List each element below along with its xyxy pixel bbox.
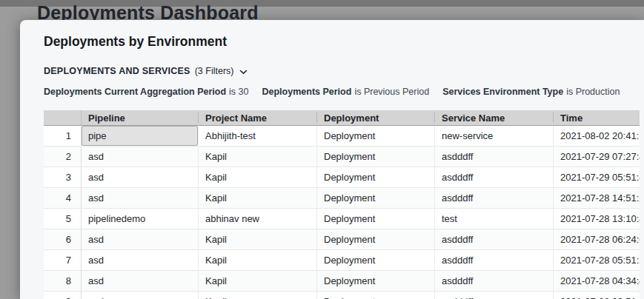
table-body: 1pipeAbhijith-testDeploymentnew-service2… <box>44 126 640 299</box>
time-cell[interactable]: 2021-07-29 07:27:44 <box>554 147 640 167</box>
service-name-cell[interactable]: asdddff <box>435 229 554 249</box>
row-number-cell: 6 <box>44 229 82 249</box>
column-header-project-name[interactable]: Project Name <box>199 110 317 125</box>
deployments-panel: Deployments by Environment DEPLOYMENTS A… <box>20 20 644 299</box>
deployment-cell[interactable]: Deployment <box>317 126 435 146</box>
table-row: 1pipeAbhijith-testDeploymentnew-service2… <box>44 126 640 147</box>
project-name-cell[interactable]: abhinav new <box>199 209 317 229</box>
time-cell[interactable]: 2021-07-29 05:51:45 <box>554 167 640 187</box>
service-name-cell[interactable]: asdddff <box>435 292 554 299</box>
time-cell[interactable]: 2021-08-02 20:41:18 <box>554 126 640 146</box>
project-name-cell[interactable]: Abhijith-test <box>199 126 317 146</box>
filter-value: is 30 <box>229 87 248 97</box>
filter-value: is Previous Period <box>354 87 429 97</box>
deployment-cell[interactable]: Deployment <box>317 147 435 167</box>
table-header-row: Pipeline Project Name Deployment Service… <box>44 110 640 126</box>
table-row: 7asdKapilDeploymentasdddff2021-07-28 05:… <box>44 250 640 271</box>
row-number-cell: 7 <box>44 250 82 270</box>
time-cell[interactable]: 2021-07-28 14:51:23 <box>554 188 640 208</box>
column-header-service-name[interactable]: Service Name <box>435 110 554 125</box>
pipeline-cell[interactable]: asd <box>82 229 199 249</box>
table-row: 9asdKapilDeploymentasdddff2021-07-28 02:… <box>44 292 640 299</box>
project-name-cell[interactable]: Kapil <box>199 229 317 249</box>
row-number-cell: 4 <box>44 188 82 208</box>
project-name-cell[interactable]: Kapil <box>199 250 317 270</box>
table-row: 5pipelinedemoabhinav newDeploymenttest20… <box>44 209 640 229</box>
pipeline-cell[interactable]: asd <box>82 250 199 270</box>
deployment-cell[interactable]: Deployment <box>317 250 435 270</box>
table-row: 4asdKapilDeploymentasdddff2021-07-28 14:… <box>44 188 640 209</box>
filter-name: Deployments Current Aggregation Period <box>44 87 226 97</box>
table-row: 3asdKapilDeploymentasdddff2021-07-29 05:… <box>44 167 640 188</box>
filter-deployments-period: Deployments Period is Previous Period <box>262 87 430 97</box>
service-name-cell[interactable]: asdddff <box>435 167 554 187</box>
panel-title: Deployments by Environment <box>44 34 227 50</box>
service-name-cell[interactable]: new-service <box>435 126 554 146</box>
table-row: 8asdKapilDeploymentasdddff2021-07-28 04:… <box>44 271 640 292</box>
deployment-cell[interactable]: Deployment <box>317 271 435 291</box>
filters-section-toggle[interactable]: DEPLOYMENTS AND SERVICES (3 Filters) <box>44 66 248 76</box>
pipeline-cell[interactable]: asd <box>82 271 199 291</box>
deployments-table: Pipeline Project Name Deployment Service… <box>44 110 640 299</box>
project-name-cell[interactable]: Kapil <box>199 271 317 291</box>
pipeline-cell[interactable]: asd <box>82 167 199 187</box>
row-number-cell: 8 <box>44 271 82 291</box>
time-cell[interactable]: 2021-07-28 04:34:45 <box>554 271 640 291</box>
deployment-cell[interactable]: Deployment <box>317 209 435 229</box>
service-name-cell[interactable]: asdddff <box>435 271 554 291</box>
pipeline-cell[interactable]: pipe <box>82 126 199 146</box>
filter-aggregation-period: Deployments Current Aggregation Period i… <box>44 87 249 97</box>
pipeline-cell[interactable]: asd <box>82 147 199 167</box>
deployment-cell[interactable]: Deployment <box>317 188 435 208</box>
filter-summary: Deployments Current Aggregation Period i… <box>44 87 620 97</box>
time-cell[interactable]: 2021-07-28 05:51:28 <box>554 250 640 270</box>
project-name-cell[interactable]: Kapil <box>199 188 317 208</box>
row-number-cell: 5 <box>44 209 82 229</box>
time-cell[interactable]: 2021-07-28 02:51:10 <box>554 292 640 299</box>
time-cell[interactable]: 2021-07-28 13:10:46 <box>554 209 640 229</box>
pipeline-cell[interactable]: asd <box>82 188 199 208</box>
deployment-cell[interactable]: Deployment <box>317 167 435 187</box>
section-label: DEPLOYMENTS AND SERVICES <box>44 66 190 76</box>
row-number-cell: 3 <box>44 167 82 187</box>
chevron-down-icon[interactable] <box>239 70 248 75</box>
deployment-cell[interactable]: Deployment <box>317 229 435 249</box>
filters-count: (3 Filters) <box>195 66 234 76</box>
column-header-deployment[interactable]: Deployment <box>317 110 435 125</box>
service-name-cell[interactable]: test <box>435 209 554 229</box>
row-number-header <box>44 110 82 125</box>
pipeline-cell[interactable]: pipelinedemo <box>82 209 199 229</box>
filter-value: is Production <box>566 87 620 97</box>
project-name-cell[interactable]: Kapil <box>199 147 317 167</box>
service-name-cell[interactable]: asdddff <box>435 250 554 270</box>
filter-name: Deployments Period <box>262 87 352 97</box>
table-row: 6asdKapilDeploymentasdddff2021-07-28 06:… <box>44 229 640 250</box>
filter-environment-type: Services Environment Type is Production <box>442 87 620 97</box>
time-cell[interactable]: 2021-07-28 06:24:00 <box>554 229 640 249</box>
pipeline-cell[interactable]: asd <box>82 292 199 299</box>
column-header-pipeline[interactable]: Pipeline <box>82 110 199 125</box>
project-name-cell[interactable]: Kapil <box>199 167 317 187</box>
row-number-cell: 9 <box>44 292 82 299</box>
project-name-cell[interactable]: Kapil <box>199 292 317 299</box>
row-number-cell: 2 <box>44 147 82 167</box>
table-row: 2asdKapilDeploymentasdddff2021-07-29 07:… <box>44 147 640 167</box>
deployment-cell[interactable]: Deployment <box>317 292 435 299</box>
service-name-cell[interactable]: asdddff <box>435 147 554 167</box>
filter-name: Services Environment Type <box>442 87 563 97</box>
column-header-time[interactable]: Time <box>554 110 640 125</box>
service-name-cell[interactable]: asdddff <box>435 188 554 208</box>
row-number-cell: 1 <box>44 126 82 146</box>
